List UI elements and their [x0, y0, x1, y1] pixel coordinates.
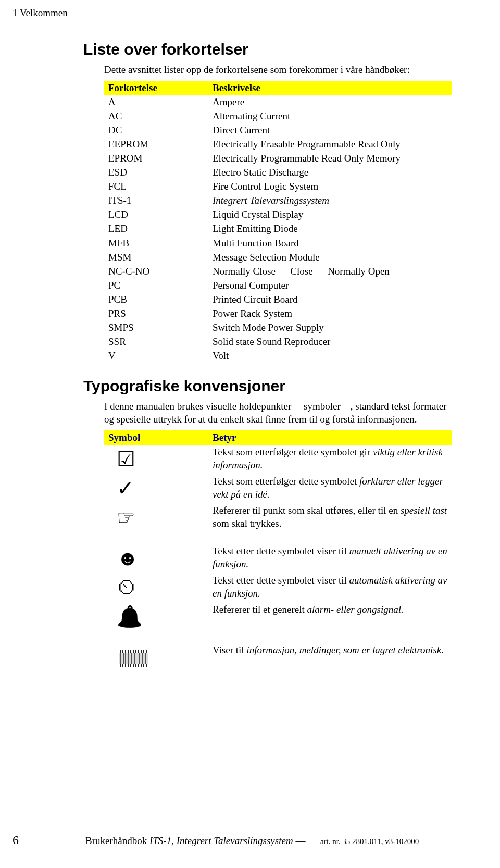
abbr-cell: MFB — [104, 236, 208, 250]
checkbox-icon: ☑ — [117, 448, 135, 471]
meaning-cell: Refererer til et generelt alarm- eller g… — [208, 602, 452, 631]
desc-cell: Alternating Current — [208, 109, 452, 123]
table-row: ⏲Tekst etter dette symbolet viser til au… — [104, 573, 452, 602]
table-header-row: Forkortelse Beskrivelse — [104, 81, 452, 95]
table-row: LCDLiquid Crystal Display — [104, 207, 452, 221]
abbr-cell: MSM — [104, 250, 208, 264]
bell-icon: 🔔 — [117, 605, 143, 628]
abbr-cell: LCD — [104, 207, 208, 221]
table-row: MSMMessage Selection Module — [104, 250, 452, 264]
abbr-cell: A — [104, 95, 208, 109]
symbol-header-col1: Symbol — [104, 430, 208, 445]
abbr-cell: FCL — [104, 179, 208, 193]
clock-icon: ⏲ — [117, 576, 138, 599]
meaning-cell: Refererer til punkt som skal utføres, el… — [208, 503, 452, 532]
desc-cell: Direct Current — [208, 123, 452, 137]
table-row: ☑Tekst som etterfølger dette symbolet gi… — [104, 445, 452, 474]
desc-cell: Electrically Programmable Read Only Memo… — [208, 151, 452, 165]
desc-cell: Volt — [208, 349, 452, 363]
meaning-cell: Tekst etter dette symbolet viser til man… — [208, 544, 452, 573]
table-row: PCPersonal Computer — [104, 278, 452, 292]
meaning-cell: Viser til informasjon, meldinger, som er… — [208, 643, 452, 672]
abbr-cell: PRS — [104, 306, 208, 320]
symbol-cell: ⏲ — [104, 573, 208, 602]
hand-icon: ☞ — [117, 506, 135, 529]
desc-cell: Switch Mode Power Supply — [208, 320, 452, 334]
table-row: ✓Tekst som etterfølger dette symbolet fo… — [104, 474, 452, 503]
table-row: 🔔Refererer til et generelt alarm- eller … — [104, 602, 452, 631]
desc-cell: Ampere — [208, 95, 452, 109]
meaning-cell: Tekst som etterfølger dette symbolet gir… — [208, 445, 452, 474]
table-row: ESDElectro Static Discharge — [104, 165, 452, 179]
desc-cell: Electrically Erasable Programmable Read … — [208, 137, 452, 151]
section-title-typography: Typografiske konvensjoner — [83, 377, 458, 395]
abbr-intro-text: Dette avsnittet lister opp de forkortels… — [104, 64, 458, 77]
abbreviation-table: Forkortelse Beskrivelse AAmpereACAlterna… — [104, 81, 452, 363]
page-footer: 6 Brukerhåndbok ITS-1, Integrert Talevar… — [12, 833, 488, 847]
footer-title: ITS-1, Integrert Talevarslingssystem — [149, 835, 293, 846]
desc-cell: Message Selection Module — [208, 250, 452, 264]
desc-cell: Fire Control Logic System — [208, 179, 452, 193]
abbr-cell: EPROM — [104, 151, 208, 165]
abbr-cell: AC — [104, 109, 208, 123]
abbr-cell: ITS-1 — [104, 193, 208, 207]
footer-text: Brukerhåndbok ITS-1, Integrert Talevarsl… — [85, 835, 419, 847]
table-row: VVolt — [104, 349, 452, 363]
main-content: Liste over forkortelser Dette avsnittet … — [83, 41, 458, 672]
desc-cell: Electro Static Discharge — [208, 165, 452, 179]
symbol-cell: ☻ — [104, 544, 208, 573]
desc-cell: Multi Function Board — [208, 236, 452, 250]
symbol-cell: ✓ — [104, 474, 208, 503]
table-row: EPROMElectrically Programmable Read Only… — [104, 151, 452, 165]
desc-cell: Printed Circuit Board — [208, 292, 452, 306]
footer-artnr: art. nr. 35 2801.011, v3-102000 — [320, 837, 419, 846]
abbr-header-col2: Beskrivelse — [208, 81, 452, 95]
desc-cell: Solid state Sound Reproducer — [208, 334, 452, 349]
abbr-cell: DC — [104, 123, 208, 137]
chip-icon — [119, 653, 148, 664]
abbr-cell: LED — [104, 221, 208, 235]
table-row: PCBPrinted Circuit Board — [104, 292, 452, 306]
table-row: DCDirect Current — [104, 123, 452, 137]
symbol-cell: 🔔 — [104, 602, 208, 631]
symbol-cell: ☑ — [104, 445, 208, 474]
abbr-cell: NC-C-NO — [104, 264, 208, 278]
desc-cell: Normally Close — Close — Normally Open — [208, 264, 452, 278]
table-row: FCLFire Control Logic System — [104, 179, 452, 193]
desc-cell: Personal Computer — [208, 278, 452, 292]
abbr-cell: V — [104, 349, 208, 363]
abbr-cell: EEPROM — [104, 137, 208, 151]
chapter-header: 1 Velkommen — [12, 7, 68, 19]
footer-pre: Brukerhåndbok — [85, 835, 149, 846]
symbol-header-col2: Betyr — [208, 430, 452, 445]
table-row: MFBMulti Function Board — [104, 236, 452, 250]
desc-cell: Light Emitting Diode — [208, 221, 452, 235]
abbr-cell: PCB — [104, 292, 208, 306]
symbol-cell — [104, 643, 208, 672]
desc-cell: Liquid Crystal Display — [208, 207, 452, 221]
table-row: Viser til informasjon, meldinger, som er… — [104, 643, 452, 672]
desc-cell: Power Rack System — [208, 306, 452, 320]
abbr-cell: SSR — [104, 334, 208, 349]
table-row: ITS-1Integrert Talevarslingssystem — [104, 193, 452, 207]
meaning-cell: Tekst etter dette symbolet viser til aut… — [208, 573, 452, 602]
abbr-cell: ESD — [104, 165, 208, 179]
table-row: SSRSolid state Sound Reproducer — [104, 334, 452, 349]
table-row: ☞Refererer til punkt som skal utføres, e… — [104, 503, 452, 532]
table-row: AAmpere — [104, 95, 452, 109]
abbr-header-col1: Forkortelse — [104, 81, 208, 95]
table-row: EEPROMElectrically Erasable Programmable… — [104, 137, 452, 151]
table-row: SMPSSwitch Mode Power Supply — [104, 320, 452, 334]
table-row: NC-C-NONormally Close — Close — Normally… — [104, 264, 452, 278]
section-title-abbreviations: Liste over forkortelser — [83, 41, 458, 58]
face-icon: ☻ — [117, 547, 139, 570]
typo-intro-text: I denne manualen brukes visuelle holdepu… — [104, 400, 458, 426]
abbr-cell: PC — [104, 278, 208, 292]
table-row: ACAlternating Current — [104, 109, 452, 123]
table-row: PRSPower Rack System — [104, 306, 452, 320]
footer-post: — — [293, 835, 306, 846]
table-row: LEDLight Emitting Diode — [104, 221, 452, 235]
meaning-cell: Tekst som etterfølger dette symbolet for… — [208, 474, 452, 503]
page-number: 6 — [12, 833, 85, 847]
abbr-cell: SMPS — [104, 320, 208, 334]
